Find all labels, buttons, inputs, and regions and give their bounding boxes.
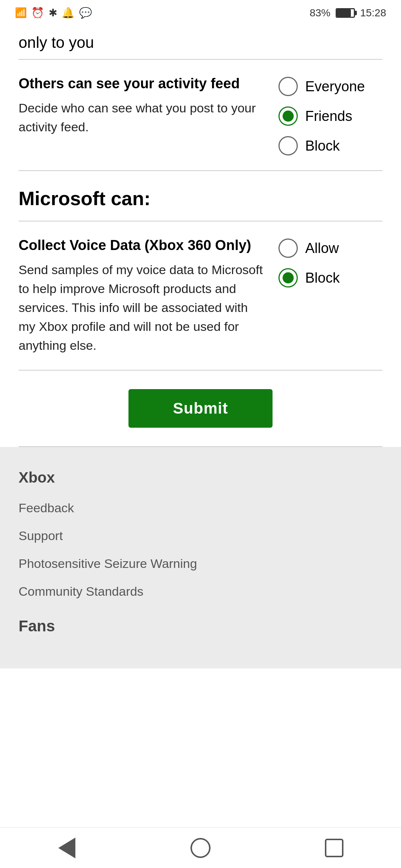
footer-links: Feedback Support Photosensitive Seizure … — [19, 501, 382, 599]
voice-data-row: Collect Voice Data (Xbox 360 Only) Send … — [19, 221, 382, 371]
partial-text-top: only to you — [19, 23, 382, 60]
status-bar: 📶 ⏰ ✱ 🔔 💬 83% 15:28 — [0, 0, 401, 23]
battery-percent: 83% — [310, 7, 330, 19]
battery-icon — [336, 8, 355, 18]
radio-block-activity[interactable] — [278, 136, 298, 155]
activity-feed-radio-group: Everyone Friends Block — [278, 75, 382, 155]
alarm-icon: ⏰ — [31, 7, 44, 19]
submit-button[interactable]: Submit — [128, 389, 273, 428]
nav-bar — [0, 827, 401, 868]
voice-data-option-allow[interactable]: Allow — [278, 239, 382, 258]
footer-link-community-standards[interactable]: Community Standards — [19, 584, 382, 599]
footer-fans-section: Fans — [19, 617, 382, 639]
submit-area: Submit — [19, 371, 382, 447]
radio-allow-label: Allow — [305, 240, 339, 256]
back-icon — [58, 838, 75, 858]
microsoft-can-title: Microsoft can: — [19, 187, 382, 210]
voice-data-body: Send samples of my voice data to Microso… — [19, 260, 264, 355]
activity-feed-option-block[interactable]: Block — [278, 136, 382, 155]
voice-data-radio-group: Allow Block — [278, 236, 382, 287]
bell-icon: 🔔 — [62, 7, 75, 19]
bluetooth-icon: ✱ — [49, 7, 57, 19]
radio-friends-label: Friends — [305, 108, 352, 124]
voice-data-description: Collect Voice Data (Xbox 360 Only) Send … — [19, 236, 278, 355]
footer-link-seizure-warning[interactable]: Photosensitive Seizure Warning — [19, 556, 382, 571]
content-area: only to you Others can see your activity… — [0, 23, 401, 447]
radio-block-voice[interactable] — [278, 268, 298, 287]
activity-feed-body: Decide who can see what you post to your… — [19, 99, 264, 137]
footer-link-feedback[interactable]: Feedback — [19, 501, 382, 515]
message-icon: 💬 — [79, 7, 92, 19]
voice-data-option-block[interactable]: Block — [278, 268, 382, 287]
microsoft-can-header: Microsoft can: — [19, 171, 382, 221]
radio-everyone[interactable] — [278, 77, 298, 96]
radio-everyone-label: Everyone — [305, 79, 365, 95]
back-button[interactable] — [52, 833, 82, 863]
activity-feed-row: Others can see your activity feed Decide… — [19, 60, 382, 171]
activity-feed-title: Others can see your activity feed — [19, 75, 264, 93]
voice-data-title: Collect Voice Data (Xbox 360 Only) — [19, 236, 264, 254]
signal-icon: 📶 — [15, 7, 27, 19]
time-display: 15:28 — [360, 7, 386, 19]
radio-allow[interactable] — [278, 239, 298, 258]
recent-icon — [325, 839, 343, 857]
status-right: 83% 15:28 — [310, 7, 386, 19]
home-icon — [190, 838, 211, 858]
activity-feed-option-everyone[interactable]: Everyone — [278, 77, 382, 96]
footer-brand: Xbox — [19, 469, 382, 486]
footer-link-support[interactable]: Support — [19, 529, 382, 543]
radio-block-activity-label: Block — [305, 138, 340, 154]
activity-feed-option-friends[interactable]: Friends — [278, 106, 382, 126]
activity-feed-description: Others can see your activity feed Decide… — [19, 75, 278, 137]
recent-button[interactable] — [319, 833, 349, 863]
status-left: 📶 ⏰ ✱ 🔔 💬 — [15, 7, 92, 19]
home-button[interactable] — [186, 833, 215, 863]
radio-block-voice-label: Block — [305, 270, 340, 286]
radio-friends[interactable] — [278, 106, 298, 126]
footer: Xbox Feedback Support Photosensitive Sei… — [0, 447, 401, 668]
